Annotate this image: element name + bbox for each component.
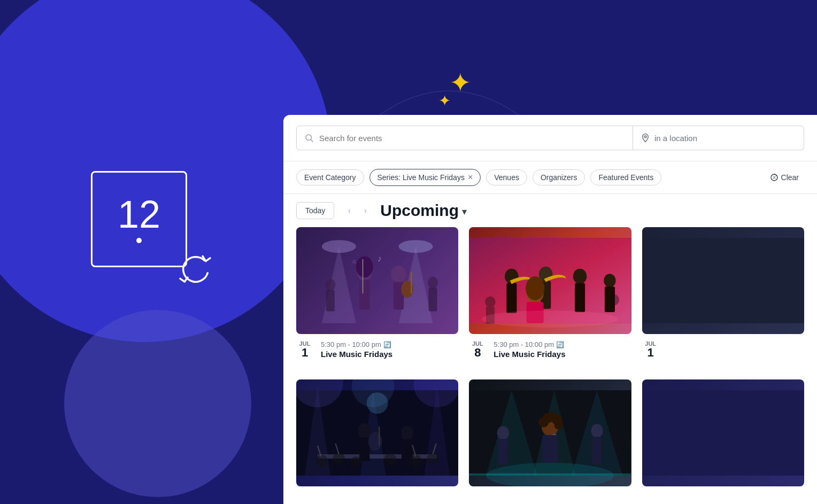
sparkle-small-icon: ✦	[438, 94, 451, 108]
events-grid: ♪ ♫ JUL 1 5:30 pm - 10:00 pm 🔄 Live Musi…	[283, 227, 817, 504]
filter-chip-series[interactable]: Series: Live Music Fridays ×	[369, 169, 481, 186]
svg-rect-24	[507, 283, 517, 313]
prev-arrow-icon: ‹	[348, 206, 351, 215]
svg-point-50	[368, 432, 382, 451]
svg-rect-81	[592, 437, 602, 464]
svg-point-56	[350, 456, 361, 468]
search-bar: in a location	[283, 115, 817, 161]
event-image-3	[642, 227, 804, 334]
event-card-3[interactable]: JUL 1	[642, 227, 804, 369]
svg-point-2	[644, 136, 646, 138]
svg-point-37	[482, 311, 618, 328]
svg-point-46	[367, 392, 388, 414]
filter-chip-featured[interactable]: Featured Events	[590, 169, 661, 185]
svg-point-74	[554, 421, 563, 430]
svg-point-0	[306, 135, 312, 141]
event-info-2: JUL 8 5:30 pm - 10:00 pm 🔄 Live Music Fr…	[469, 340, 631, 359]
bg-circle-small	[64, 310, 251, 497]
event-card-6[interactable]	[642, 379, 804, 497]
main-panel: in a location Event Category Series: Liv…	[283, 115, 817, 504]
search-input[interactable]	[319, 134, 625, 143]
event-image-svg-3	[642, 227, 804, 334]
filter-chip-organizers[interactable]: Organizers	[533, 169, 585, 185]
sparkle-large-icon: ✦	[449, 69, 472, 96]
svg-rect-82	[469, 474, 631, 476]
event-time-2: 5:30 pm - 10:00 pm 🔄	[494, 340, 631, 348]
svg-point-55	[333, 453, 345, 464]
event-day-3: 1	[648, 347, 654, 359]
svg-point-27	[573, 269, 587, 284]
clear-icon	[770, 173, 779, 182]
view-selector[interactable]: Upcoming ▾	[380, 201, 467, 220]
svg-rect-10	[363, 259, 364, 293]
event-image-svg-5	[469, 379, 631, 486]
svg-text:♫: ♫	[352, 258, 356, 265]
svg-line-1	[311, 139, 313, 142]
filter-chip-label: Featured Events	[598, 173, 653, 182]
filter-chip-label: Event Category	[304, 173, 356, 182]
svg-point-80	[591, 424, 603, 438]
next-arrow-icon: ›	[364, 206, 367, 215]
location-field-container[interactable]: in a location	[633, 126, 804, 150]
svg-rect-77	[543, 435, 558, 463]
prev-arrow-button[interactable]: ‹	[342, 203, 357, 218]
calendar-number: 12	[118, 195, 160, 234]
event-info-1: JUL 1 5:30 pm - 10:00 pm 🔄 Live Music Fr…	[296, 340, 458, 359]
svg-point-30	[526, 276, 544, 300]
search-field-container[interactable]	[296, 126, 633, 150]
event-image-2	[469, 227, 631, 334]
event-image-svg-1: ♪ ♫	[296, 227, 458, 334]
event-image-5	[469, 379, 631, 486]
event-card-1[interactable]: ♪ ♫ JUL 1 5:30 pm - 10:00 pm 🔄 Live Musi…	[296, 227, 458, 369]
event-image-svg-6	[642, 379, 804, 486]
event-date-1: JUL 1	[296, 340, 313, 359]
today-button[interactable]: Today	[296, 202, 334, 219]
filter-chip-event-category[interactable]: Event Category	[296, 169, 364, 185]
event-date-2: JUL 8	[469, 340, 486, 359]
view-chevron-icon: ▾	[462, 206, 467, 218]
event-day-1: 1	[302, 347, 308, 359]
svg-point-36	[609, 294, 619, 306]
event-day-2: 8	[474, 347, 481, 359]
recurring-icon-1: 🔄	[383, 341, 391, 348]
event-title-2: Live Music Fridays	[494, 350, 631, 359]
event-date-3: JUL 1	[642, 340, 659, 359]
filter-chip-remove-icon[interactable]: ×	[468, 173, 473, 182]
svg-point-9	[356, 257, 373, 278]
search-icon	[304, 133, 314, 143]
calendar-box: 12	[91, 171, 187, 267]
event-details-2: 5:30 pm - 10:00 pm 🔄 Live Music Fridays	[494, 340, 631, 359]
filter-chip-venues[interactable]: Venues	[486, 169, 527, 185]
event-title-1: Live Music Fridays	[321, 350, 458, 359]
svg-point-32	[604, 274, 616, 288]
event-time-1: 5:30 pm - 10:00 pm 🔄	[321, 340, 458, 348]
svg-point-58	[410, 455, 421, 467]
svg-point-17	[428, 277, 438, 289]
svg-rect-16	[326, 290, 335, 312]
svg-point-78	[497, 426, 509, 440]
clear-button[interactable]: Clear	[765, 170, 804, 185]
svg-rect-14	[411, 272, 412, 293]
event-image-4	[296, 379, 458, 486]
next-arrow-button[interactable]: ›	[358, 203, 373, 218]
calendar-dot	[136, 238, 142, 243]
nav-bar: Today ‹ › Upcoming ▾	[283, 194, 817, 227]
filter-chip-label: Series: Live Music Fridays	[377, 173, 465, 182]
refresh-icon	[176, 251, 214, 289]
svg-rect-18	[428, 288, 437, 312]
calendar-icon: 12	[91, 171, 198, 278]
recurring-icon-2: 🔄	[556, 341, 564, 348]
event-card-4[interactable]	[296, 379, 458, 497]
svg-point-48	[358, 423, 372, 439]
svg-point-57	[384, 453, 396, 465]
svg-point-52	[401, 425, 414, 440]
filter-bar: Event Category Series: Live Music Friday…	[283, 161, 817, 194]
event-details-1: 5:30 pm - 10:00 pm 🔄 Live Music Fridays	[321, 340, 458, 359]
event-card-2[interactable]: JUL 8 5:30 pm - 10:00 pm 🔄 Live Music Fr…	[469, 227, 631, 369]
nav-arrows: ‹ ›	[342, 203, 373, 218]
event-card-5[interactable]	[469, 379, 631, 497]
filter-chip-label: Organizers	[541, 173, 577, 182]
event-image-6	[642, 379, 804, 486]
svg-rect-8	[359, 280, 369, 309]
event-info-3: JUL 1	[642, 340, 804, 359]
